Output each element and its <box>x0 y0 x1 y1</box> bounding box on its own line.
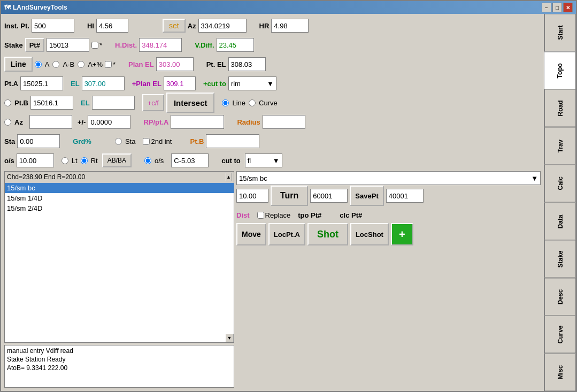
ptb-el-input[interactable] <box>92 96 135 110</box>
dist-value-input[interactable] <box>236 189 268 203</box>
stake-star-label: * <box>99 41 102 49</box>
plus-button[interactable]: + <box>391 223 413 245</box>
tab-start[interactable]: Start <box>544 14 576 52</box>
radio-curve[interactable] <box>249 99 256 106</box>
radio-ptb-group: Pt.B <box>4 99 28 107</box>
inst-pt-input[interactable] <box>32 19 74 33</box>
tab-misc[interactable]: Misc <box>544 353 576 391</box>
savept-button[interactable]: SavePt <box>350 186 383 206</box>
ptnum-input[interactable] <box>47 38 89 52</box>
main-window: 🗺 LAndSurveyTools − □ ✕ Inst. Pt. HI set… <box>0 0 577 392</box>
close-button[interactable]: ✕ <box>563 3 573 12</box>
az-input[interactable] <box>198 19 247 33</box>
radio-rt[interactable] <box>81 157 88 164</box>
radio-sta[interactable] <box>115 138 122 145</box>
ptb-input2[interactable] <box>206 134 259 148</box>
rp-pta-label: RP/pt.A <box>143 118 168 126</box>
locpta-button[interactable]: LocPt.A <box>268 223 305 245</box>
maximize-button[interactable]: □ <box>552 3 562 12</box>
radio-line[interactable] <box>222 99 229 106</box>
line-checkbox[interactable] <box>105 61 112 68</box>
right-bottom: 15/sm bc ▼ Turn SavePt Dist <box>236 171 541 388</box>
ab-ba-button[interactable]: AB/BA <box>102 153 132 167</box>
cut-to-arrow2: ▼ <box>273 157 280 165</box>
replace-checkbox[interactable] <box>257 212 264 219</box>
cut-to-dropdown2[interactable]: fl ▼ <box>245 153 282 167</box>
pt-el-input[interactable] <box>228 57 266 71</box>
pta-el-input[interactable] <box>82 76 125 90</box>
os-input[interactable] <box>17 153 54 167</box>
tab-calc[interactable]: Calc <box>544 165 576 203</box>
row-pta: Pt.A EL +Plan EL +cut to rim ▼ <box>4 75 541 92</box>
locshot-button[interactable]: LocShot <box>350 223 389 245</box>
plus-plan-el-input[interactable] <box>164 76 196 90</box>
radio-az[interactable] <box>4 119 11 126</box>
sta-input[interactable] <box>17 134 60 148</box>
tab-desc[interactable]: Desc <box>544 278 576 316</box>
vdiff-label: V.Diff. <box>195 41 214 49</box>
second-int-label: 2nd int <box>151 137 172 145</box>
move-button[interactable]: Move <box>236 223 266 245</box>
status-area: manual entry Vdiff read Stake Station Re… <box>4 345 234 388</box>
radius-label: Radius <box>237 118 260 126</box>
radio-a[interactable] <box>35 61 42 68</box>
replace-wrap: Replace <box>257 211 291 219</box>
row-stake: Stake Pt# * H.Dist. V.Diff. <box>4 36 541 53</box>
rp-pta-input[interactable] <box>171 115 224 129</box>
plan-el-label: Plan EL <box>128 60 154 68</box>
vdiff-input[interactable] <box>217 38 254 52</box>
sta-radio-label: Sta <box>125 137 136 145</box>
line-checkbox-wrap: * <box>105 60 116 68</box>
hdist-label: H.Dist. <box>115 41 137 49</box>
scroll-down-button[interactable]: ▼ <box>225 334 234 342</box>
savept-input[interactable] <box>386 189 424 203</box>
pta-input[interactable] <box>20 76 63 90</box>
radio-ab[interactable] <box>52 61 59 68</box>
sm-bc-arrow: ▼ <box>531 174 538 182</box>
az-input2[interactable] <box>29 115 72 129</box>
list-item-1[interactable]: 15/sm bc <box>5 183 234 193</box>
plan-el-input[interactable] <box>156 57 194 71</box>
stake-checkbox[interactable] <box>91 42 98 49</box>
turn-button[interactable]: Turn <box>271 186 308 206</box>
minimize-button[interactable]: − <box>542 3 551 12</box>
list-item-2[interactable]: 15/sm 1/4D <box>5 193 234 203</box>
shot-button[interactable]: Shot <box>307 223 348 245</box>
c-input[interactable] <box>171 153 209 167</box>
ptb-input[interactable] <box>30 96 73 110</box>
plus-plan-el-label: +Plan EL <box>132 80 161 88</box>
cut-to-value: rim <box>231 80 241 88</box>
list-item-3[interactable]: 15/sm 2/4D <box>5 203 234 213</box>
line-curve-group: Line Curve <box>222 99 277 107</box>
scroll-up-button[interactable]: ▲ <box>226 173 232 181</box>
ptnum-button[interactable]: Pt# <box>25 38 44 52</box>
line-star-label: * <box>113 60 116 68</box>
cut-to-dropdown[interactable]: rim ▼ <box>228 76 276 90</box>
az-pm-input[interactable] <box>88 115 130 129</box>
intersect-button[interactable]: Intersect <box>166 93 215 113</box>
sm-bc-dropdown[interactable]: 15/sm bc ▼ <box>236 171 541 185</box>
hr-input[interactable] <box>271 19 309 33</box>
tab-stake[interactable]: Stake <box>544 240 576 278</box>
plus-cf-button[interactable]: +c/f <box>142 94 164 111</box>
sta-radio-group: Sta <box>115 137 136 145</box>
tab-data[interactable]: Data <box>544 203 576 241</box>
tab-topo[interactable]: Topo <box>544 52 576 90</box>
radio-apct[interactable] <box>78 61 84 68</box>
row-sta: Sta Grd% Sta 2nd int Pt.B <box>4 133 541 150</box>
line-button[interactable]: Line <box>4 57 33 72</box>
tab-curve[interactable]: Curve <box>544 316 576 353</box>
hdist-input[interactable] <box>139 38 182 52</box>
radio-lt[interactable] <box>61 157 68 164</box>
set-button[interactable]: set <box>163 19 186 33</box>
second-int-checkbox[interactable] <box>143 138 150 145</box>
pt-el-label: Pt. EL <box>206 60 226 68</box>
turn-pt-input[interactable] <box>310 189 348 203</box>
radio-ptb[interactable] <box>4 99 11 106</box>
tab-trav[interactable]: Trav <box>544 127 576 165</box>
radius-input[interactable] <box>263 115 305 129</box>
hi-input[interactable] <box>96 19 128 33</box>
radio-os[interactable] <box>144 157 151 164</box>
tab-road[interactable]: Road <box>544 89 576 127</box>
row-inst: Inst. Pt. HI set Az HR <box>4 17 541 34</box>
